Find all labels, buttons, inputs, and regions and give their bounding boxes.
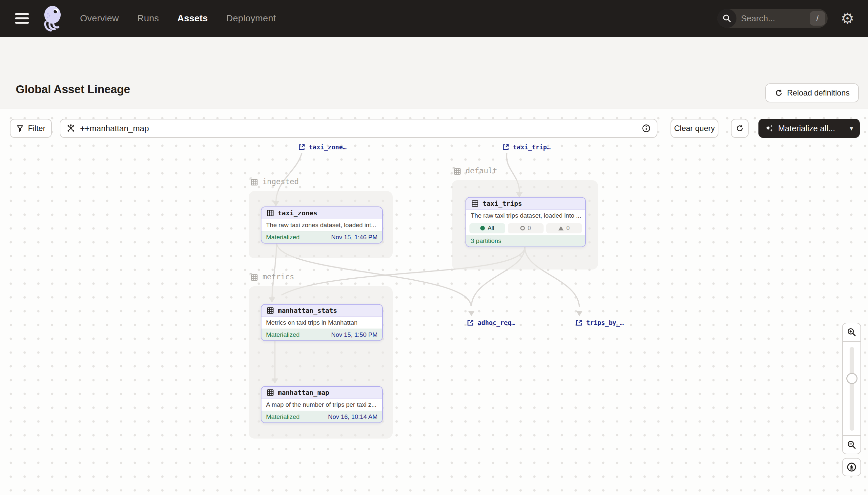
nav-runs[interactable]: Runs <box>137 13 159 24</box>
sparkle-icon <box>765 124 774 133</box>
asset-node-taxi-zones[interactable]: taxi_zones The raw taxi zones dataset, l… <box>261 206 383 243</box>
info-icon[interactable] <box>642 124 651 133</box>
reload-definitions-button[interactable]: Reload definitions <box>765 83 859 102</box>
table-icon <box>266 306 274 315</box>
clear-query-button[interactable]: Clear query <box>671 119 719 138</box>
download-icon <box>846 462 857 472</box>
primary-nav: Overview Runs Assets Deployment <box>80 13 276 24</box>
partitions-count: 3 partitions <box>471 237 501 244</box>
reload-icon <box>775 89 783 97</box>
search-input[interactable]: Search... / <box>718 9 828 28</box>
refresh-icon <box>736 124 744 133</box>
zoom-in-icon <box>847 327 856 337</box>
asset-title: manhattan_stats <box>278 307 337 314</box>
group-icon <box>452 166 462 176</box>
asset-title: taxi_zones <box>278 209 317 217</box>
materialization-timestamp: Nov 15, 1:50 PM <box>331 331 377 338</box>
partitions-all-pill[interactable]: All <box>470 223 505 233</box>
missing-ring-icon <box>520 226 525 231</box>
zoom-slider[interactable] <box>842 341 861 436</box>
filter-button[interactable]: Filter <box>10 119 52 138</box>
search-placeholder: Search... <box>741 14 810 24</box>
asset-description: Metrics on taxi trips in Manhattan <box>262 317 382 328</box>
nav-deployment[interactable]: Deployment <box>226 13 276 24</box>
asset-description: The raw taxi trips dataset, loaded into … <box>466 210 585 222</box>
lineage-edges <box>0 109 868 495</box>
materialize-all-button[interactable]: Materialize all... <box>758 119 843 138</box>
success-dot-icon <box>480 226 485 231</box>
asset-query-input[interactable] <box>80 124 637 133</box>
page-header: Global Asset Lineage Reload definitions … <box>0 37 868 109</box>
group-icon <box>249 176 259 186</box>
lineage-canvas[interactable]: ingested default metrics taxi_zone… taxi… <box>0 109 868 495</box>
page-title: Global Asset Lineage <box>16 83 130 96</box>
nav-assets[interactable]: Assets <box>177 13 208 24</box>
external-asset-taxi-zone[interactable]: taxi_zone… <box>298 143 347 151</box>
status-badge: Materialized <box>266 234 300 241</box>
asset-node-taxi-trips[interactable]: taxi_trips The raw taxi trips dataset, l… <box>465 197 586 247</box>
query-graph-icon <box>66 124 75 133</box>
materialize-dropdown-caret[interactable]: ▾ <box>843 119 860 138</box>
partitions-failed-pill[interactable]: 0 <box>546 223 582 233</box>
download-image-button[interactable] <box>842 458 861 476</box>
dagster-logo[interactable] <box>40 5 66 32</box>
zoom-out-button[interactable] <box>842 436 861 454</box>
partitions-missing-pill[interactable]: 0 <box>508 223 544 233</box>
external-asset-trips-by[interactable]: trips_by_… <box>575 319 624 327</box>
external-link-icon <box>298 143 306 151</box>
filter-funnel-icon <box>16 124 24 132</box>
nav-overview[interactable]: Overview <box>80 13 119 24</box>
zoom-slider-track[interactable] <box>850 347 854 431</box>
external-asset-taxi-trip[interactable]: taxi_trip… <box>502 143 550 151</box>
materialization-timestamp: Nov 16, 10:14 AM <box>328 413 377 421</box>
status-badge: Materialized <box>266 331 300 338</box>
asset-title: taxi_trips <box>482 200 522 207</box>
zoom-out-icon <box>847 440 856 450</box>
partition-health-row: All 0 0 <box>466 222 585 235</box>
search-shortcut-badge: / <box>810 11 825 25</box>
group-label-metrics[interactable]: metrics <box>249 272 294 281</box>
top-nav: Overview Runs Assets Deployment Search..… <box>0 0 868 37</box>
group-label-ingested[interactable]: ingested <box>249 176 299 186</box>
materialization-timestamp: Nov 15, 1:46 PM <box>331 234 377 241</box>
materialize-all-split-button: Materialize all... ▾ <box>758 119 860 138</box>
settings-gear-icon[interactable]: ⚙ <box>841 11 854 26</box>
external-link-icon <box>502 143 510 151</box>
group-icon <box>249 272 259 281</box>
search-icon <box>718 9 737 28</box>
external-link-icon <box>575 319 583 327</box>
hamburger-icon[interactable] <box>15 13 29 24</box>
external-asset-adhoc-req[interactable]: adhoc_req… <box>466 319 515 327</box>
warning-triangle-icon <box>558 226 564 231</box>
asset-description: The raw taxi zones dataset, loaded int..… <box>262 219 382 231</box>
refresh-button[interactable] <box>731 119 749 138</box>
zoom-in-button[interactable] <box>842 323 861 341</box>
asset-description: A map of the number of trips per taxi z.… <box>262 399 382 411</box>
external-link-icon <box>466 319 474 327</box>
status-badge: Materialized <box>266 413 300 421</box>
asset-title: manhattan_map <box>278 389 329 396</box>
table-icon <box>266 388 274 397</box>
asset-query-input-wrap <box>60 119 657 138</box>
table-icon <box>266 209 274 217</box>
zoom-slider-handle[interactable] <box>846 373 857 384</box>
asset-node-manhattan-stats[interactable]: manhattan_stats Metrics on taxi trips in… <box>261 304 383 341</box>
asset-node-manhattan-map[interactable]: manhattan_map A map of the number of tri… <box>261 386 383 423</box>
table-icon <box>471 199 479 208</box>
group-label-default[interactable]: default <box>452 166 497 176</box>
